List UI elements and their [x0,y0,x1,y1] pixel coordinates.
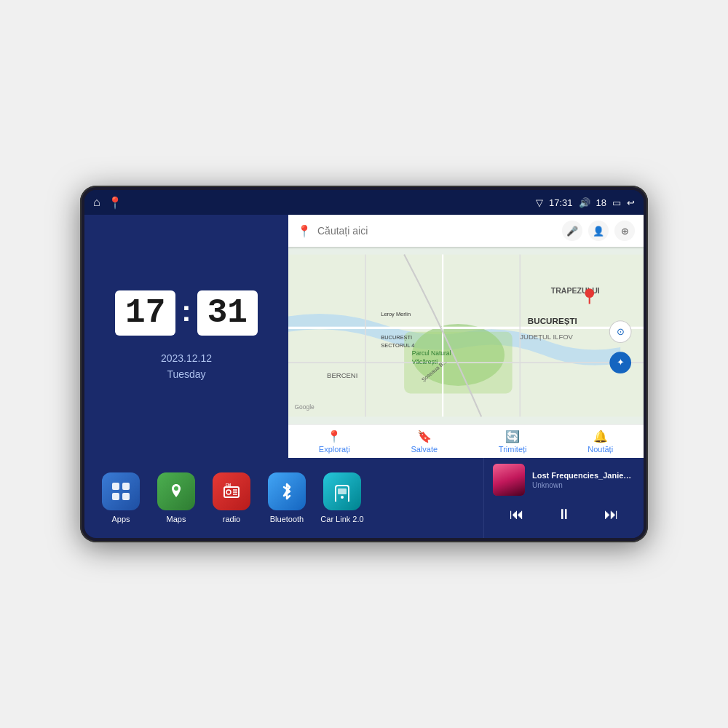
maps-pin-icon[interactable]: 📍 [108,196,122,210]
bottom-row: Apps Maps [84,458,644,538]
music-info: Lost Frequencies_Janieck Devy-... Unknow… [493,464,635,496]
svg-text:BERCENI: BERCENI [327,371,357,379]
music-controls: ⏮ ⏸ ⏭ [493,503,635,526]
status-bar: ⌂ 📍 ▽ 17:31 🔊 18 ▭ ↩ [84,190,644,215]
radio-icon: FM [213,472,250,510]
radio-label: radio [223,515,240,523]
svg-text:BUCUREȘTI: BUCUREȘTI [528,316,577,325]
svg-rect-37 [338,488,347,494]
carlink-icon [323,472,361,510]
svg-text:Google: Google [294,403,314,411]
map-explore-btn[interactable]: 📍 Explorați [319,430,350,454]
app-item-bluetooth[interactable]: Bluetooth [265,472,309,523]
news-label: Noutăți [587,445,613,454]
app-item-maps[interactable]: Maps [154,472,198,523]
music-thumbnail [493,464,525,496]
maps-label: Maps [167,515,186,523]
map-header-icons: 🎤 👤 ⊕ [562,221,635,241]
main-content: 17 : 31 2023.12.12 Tuesday 📍 [84,215,644,538]
screen: ⌂ 📍 ▽ 17:31 🔊 18 ▭ ↩ 17 : [84,190,644,538]
svg-text:FM: FM [226,483,231,487]
explore-label: Explorați [319,445,350,454]
battery-level: 18 [596,197,606,208]
svg-text:JUDEȚUL ILFOV: JUDEȚUL ILFOV [520,333,573,341]
explore-icon: 📍 [327,430,341,443]
clock-panel: 17 : 31 2023.12.12 Tuesday [84,215,288,458]
map-send-btn[interactable]: 🔄 Trimiteți [499,430,527,454]
map-mic-icon[interactable]: 🎤 [562,221,582,241]
svg-rect-28 [122,493,130,500]
svg-point-31 [226,490,231,494]
map-footer: 📍 Explorați 🔖 Salvate 🔄 Trimiteți � [288,424,644,458]
map-search-input[interactable] [317,225,556,237]
svg-point-29 [174,486,178,491]
news-icon: 🔔 [593,430,608,443]
svg-rect-25 [112,483,119,490]
map-svg: TRAPEZULUI BUCUREȘTI JUDEȚUL ILFOV BERCE… [288,247,644,424]
apps-label: Apps [111,515,130,523]
maps-icon [157,472,195,510]
svg-point-38 [341,496,344,499]
svg-text:Văcărești: Văcărești [412,358,438,365]
saved-label: Salvate [411,445,438,454]
app-item-radio[interactable]: FM radio [210,472,253,523]
music-artist: Unknown [532,481,635,489]
volume-icon: 🔊 [579,197,590,208]
carlink-label: Car Link 2.0 [320,515,363,523]
map-panel[interactable]: 📍 🎤 👤 ⊕ [288,215,644,458]
map-body[interactable]: TRAPEZULUI BUCUREȘTI JUDEȚUL ILFOV BERCE… [288,247,644,424]
status-time: 17:31 [549,197,573,208]
music-next-button[interactable]: ⏭ [598,503,625,526]
signal-icon: ▽ [536,197,543,208]
map-saved-btn[interactable]: 🔖 Salvate [411,430,438,454]
svg-rect-26 [122,483,130,490]
music-player: Lost Frequencies_Janieck Devy-... Unknow… [483,458,644,538]
clock-colon: : [181,295,191,328]
clock-minute: 31 [197,290,258,336]
clock-hour: 17 [115,290,175,336]
clock-display: 17 : 31 [115,290,258,336]
car-head-unit: ⌂ 📍 ▽ 17:31 🔊 18 ▭ ↩ 17 : [80,186,648,542]
apps-section: Apps Maps [84,458,483,538]
map-account-icon[interactable]: 👤 [588,221,609,241]
back-icon[interactable]: ↩ [627,197,635,208]
svg-rect-27 [112,493,119,500]
svg-text:⊙: ⊙ [617,326,625,337]
bluetooth-icon [268,472,306,510]
music-prev-button[interactable]: ⏮ [504,503,530,526]
clock-date: 2023.12.12 Tuesday [161,350,212,383]
svg-point-17 [585,288,594,298]
status-right-info: ▽ 17:31 🔊 18 ▭ ↩ [536,197,635,208]
top-row: 17 : 31 2023.12.12 Tuesday 📍 [84,215,644,458]
svg-text:Parcul Natural: Parcul Natural [412,349,451,357]
music-play-pause-button[interactable]: ⏸ [551,503,577,526]
map-header: 📍 🎤 👤 ⊕ [288,215,644,247]
app-item-carlink[interactable]: Car Link 2.0 [320,472,364,523]
status-left-icons: ⌂ 📍 [93,196,122,210]
music-title: Lost Frequencies_Janieck Devy-... [532,471,635,480]
svg-text:Leroy Merlin: Leroy Merlin [381,311,411,317]
send-label: Trimiteți [499,445,527,454]
bluetooth-label: Bluetooth [270,515,304,523]
map-pin-icon: 📍 [297,224,312,238]
svg-text:BUCUREȘTI: BUCUREȘTI [381,334,412,341]
map-layers-icon[interactable]: ⊕ [614,221,635,241]
send-icon: 🔄 [505,430,520,443]
svg-text:SECTORUL 4: SECTORUL 4 [381,342,414,349]
svg-text:✦: ✦ [617,357,625,368]
apps-icon [102,472,140,510]
map-news-btn[interactable]: 🔔 Noutăți [587,430,613,454]
music-details: Lost Frequencies_Janieck Devy-... Unknow… [532,471,635,489]
saved-icon: 🔖 [417,430,432,443]
home-icon[interactable]: ⌂ [93,196,100,209]
app-item-apps[interactable]: Apps [99,472,143,523]
battery-icon: ▭ [612,197,621,208]
